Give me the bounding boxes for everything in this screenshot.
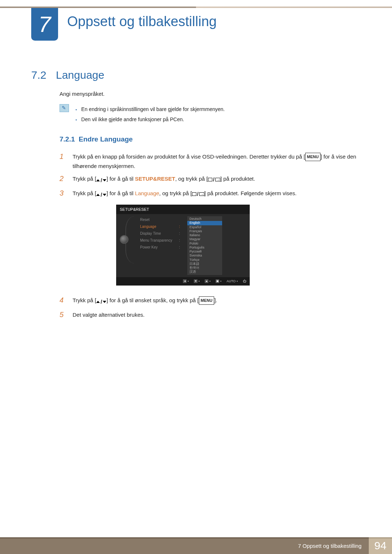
osd-nav-left-icon: ◄▾ — [183, 279, 189, 283]
osd-enter-icon: ▣▾ — [216, 279, 221, 283]
subsection-heading: 7.2.1 Endre Language — [60, 135, 359, 143]
page-top-bar — [0, 7, 392, 8]
step-body: Trykk på [/] for å gå til SETUP&RESET, o… — [73, 174, 359, 185]
osd-lang-item: 한국어 — [187, 266, 222, 270]
step-body: Trykk på [/] for å gå til Language, og t… — [73, 189, 359, 292]
osd-lang-item: Türkçe — [187, 258, 222, 262]
chapter-number-badge: 7 — [31, 8, 58, 41]
language-label: Language — [135, 190, 159, 196]
up-down-icon: / — [96, 176, 106, 185]
osd-menu-item: Power Key: — [140, 244, 180, 251]
up-down-icon: / — [96, 297, 106, 307]
osd-lang-item: Français — [187, 229, 222, 233]
osd-nav-up-icon: ▲▾ — [205, 279, 211, 283]
osd-lang-item: Deutsch — [187, 217, 222, 221]
osd-lang-item: Italiano — [187, 233, 222, 237]
osd-lang-item: Svenska — [187, 254, 222, 258]
source-enter-icon: / — [208, 175, 220, 184]
note-icon — [60, 104, 69, 112]
osd-nav-down-icon: ▼▾ — [194, 279, 200, 283]
note-item: En endring i språkinnstillingen vil bare… — [75, 104, 225, 114]
section-title: Language — [56, 69, 104, 81]
note-list: En endring i språkinnstillingen vil bare… — [75, 104, 225, 124]
osd-auto-label: AUTO▾ — [226, 279, 238, 284]
menu-button-label: MENU — [199, 296, 214, 305]
osd-title: SETUP&RESET — [116, 205, 250, 214]
osd-lang-item: Português — [187, 246, 222, 250]
step-number: 5 — [60, 310, 66, 320]
step-2: 2 Trykk på [/] for å gå til SETUP&RESET,… — [60, 174, 359, 185]
osd-menu-item: Menu Transparency: — [140, 237, 180, 244]
osd-menu-list: Reset Language: Display Time: Menu Trans… — [140, 216, 180, 275]
section-heading: 7.2Language — [31, 69, 359, 81]
step-number: 4 — [60, 296, 66, 307]
menu-button-label: MENU — [305, 153, 320, 161]
step-number: 1 — [60, 152, 66, 171]
osd-lang-item: Polski — [187, 242, 222, 246]
steps-list: 1 Trykk på en knapp på forsiden av produ… — [60, 152, 359, 319]
footer-chapter-label: 7 Oppsett og tilbakestilling — [0, 537, 369, 554]
osd-menu-item: Display Time: — [140, 230, 180, 237]
step-1: 1 Trykk på en knapp på forsiden av produ… — [60, 152, 359, 171]
note-block: En endring i språkinnstillingen vil bare… — [60, 104, 359, 124]
step-number: 3 — [60, 189, 66, 292]
osd-menu-item: Reset — [140, 216, 180, 223]
setup-reset-label: SETUP&RESET — [135, 176, 175, 182]
section-intro: Angi menyspråket. — [60, 91, 359, 97]
osd-lang-item: 汉语 — [187, 270, 222, 274]
source-enter-icon: / — [192, 189, 204, 199]
osd-menu-item-selected: Language: — [140, 223, 180, 230]
step-3: 3 Trykk på [/] for å gå til Language, og… — [60, 189, 359, 292]
step-body: Trykk på en knapp på forsiden av produkt… — [73, 152, 359, 171]
step-body: Trykk på [/] for å gå til ønsket språk, … — [73, 296, 359, 307]
page-footer: 7 Oppsett og tilbakestilling 94 — [0, 537, 392, 554]
osd-lang-item: Русский — [187, 250, 222, 254]
note-item: Den vil ikke gjelde andre funksjoner på … — [75, 114, 225, 124]
osd-lang-item: Español — [187, 225, 222, 229]
step-4: 4 Trykk på [/] for å gå til ønsket språk… — [60, 296, 359, 307]
osd-language-list: Deutsch English Español Français Italian… — [187, 216, 222, 275]
section-number: 7.2 — [31, 69, 56, 81]
content-area: 7.2Language Angi menyspråket. En endring… — [31, 69, 359, 323]
up-down-icon: / — [96, 190, 106, 200]
step-5: 5 Det valgte alternativet brukes. — [60, 310, 359, 320]
osd-lang-item: Magyar — [187, 237, 222, 241]
osd-screenshot: SETUP&RESET Reset Language: Display Time… — [116, 205, 250, 286]
osd-power-icon: ⏻ — [243, 279, 246, 284]
chapter-title: Oppsett og tilbakestilling — [67, 14, 217, 29]
osd-body: Reset Language: Display Time: Menu Trans… — [116, 214, 250, 277]
osd-lang-item: 日本語 — [187, 262, 222, 266]
step-number: 2 — [60, 174, 66, 185]
subsection-number: 7.2.1 — [60, 135, 75, 143]
step-body: Det valgte alternativet brukes. — [73, 310, 359, 320]
osd-lang-item-highlighted: English — [187, 221, 222, 225]
osd-bottom-bar: ◄▾ ▼▾ ▲▾ ▣▾ AUTO▾ ⏻ — [116, 277, 250, 286]
subsection-title: Endre Language — [79, 135, 133, 143]
footer-page-number: 94 — [369, 537, 392, 554]
osd-dial-icon — [120, 235, 128, 244]
